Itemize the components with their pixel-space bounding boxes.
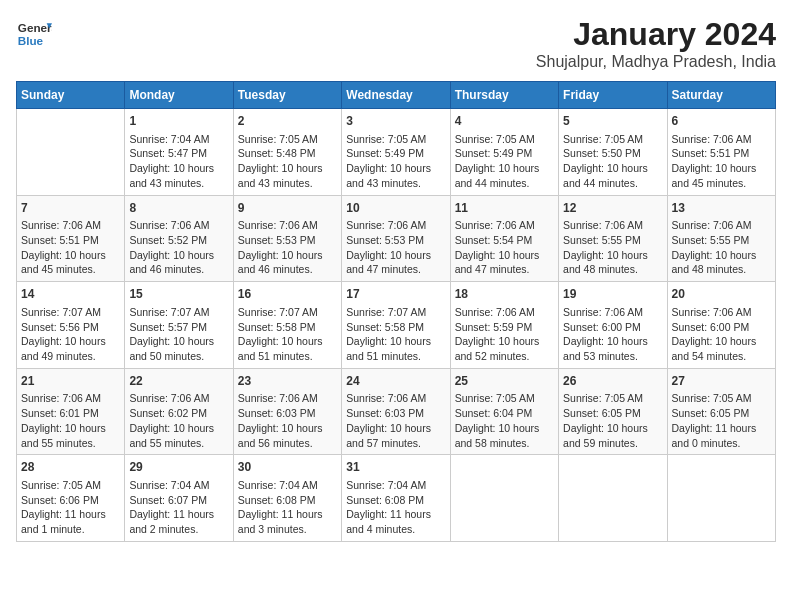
weekday-header: Monday [125,82,233,109]
calendar-cell: 9Sunrise: 7:06 AM Sunset: 5:53 PM Daylig… [233,195,341,282]
day-number: 28 [21,459,120,476]
calendar-cell: 6Sunrise: 7:06 AM Sunset: 5:51 PM Daylig… [667,109,775,196]
calendar-cell: 1Sunrise: 7:04 AM Sunset: 5:47 PM Daylig… [125,109,233,196]
calendar-cell: 10Sunrise: 7:06 AM Sunset: 5:53 PM Dayli… [342,195,450,282]
day-info: Sunrise: 7:06 AM Sunset: 6:00 PM Dayligh… [563,305,662,364]
calendar-cell: 20Sunrise: 7:06 AM Sunset: 6:00 PM Dayli… [667,282,775,369]
calendar-cell: 5Sunrise: 7:05 AM Sunset: 5:50 PM Daylig… [559,109,667,196]
calendar-cell [450,455,558,542]
day-info: Sunrise: 7:06 AM Sunset: 6:03 PM Dayligh… [238,391,337,450]
day-info: Sunrise: 7:07 AM Sunset: 5:58 PM Dayligh… [238,305,337,364]
calendar-week-row: 21Sunrise: 7:06 AM Sunset: 6:01 PM Dayli… [17,368,776,455]
weekday-header: Thursday [450,82,558,109]
calendar-cell: 18Sunrise: 7:06 AM Sunset: 5:59 PM Dayli… [450,282,558,369]
weekday-header: Saturday [667,82,775,109]
day-info: Sunrise: 7:06 AM Sunset: 5:51 PM Dayligh… [672,132,771,191]
logo: General Blue General Blue [16,16,52,52]
day-info: Sunrise: 7:04 AM Sunset: 6:08 PM Dayligh… [238,478,337,537]
day-number: 23 [238,373,337,390]
calendar-cell: 14Sunrise: 7:07 AM Sunset: 5:56 PM Dayli… [17,282,125,369]
day-info: Sunrise: 7:05 AM Sunset: 5:49 PM Dayligh… [346,132,445,191]
day-number: 27 [672,373,771,390]
calendar-cell: 30Sunrise: 7:04 AM Sunset: 6:08 PM Dayli… [233,455,341,542]
calendar-cell: 13Sunrise: 7:06 AM Sunset: 5:55 PM Dayli… [667,195,775,282]
day-info: Sunrise: 7:06 AM Sunset: 5:53 PM Dayligh… [238,218,337,277]
day-info: Sunrise: 7:05 AM Sunset: 6:04 PM Dayligh… [455,391,554,450]
day-info: Sunrise: 7:07 AM Sunset: 5:57 PM Dayligh… [129,305,228,364]
day-number: 18 [455,286,554,303]
calendar-cell: 8Sunrise: 7:06 AM Sunset: 5:52 PM Daylig… [125,195,233,282]
day-info: Sunrise: 7:07 AM Sunset: 5:56 PM Dayligh… [21,305,120,364]
calendar-cell: 26Sunrise: 7:05 AM Sunset: 6:05 PM Dayli… [559,368,667,455]
day-number: 29 [129,459,228,476]
day-number: 20 [672,286,771,303]
day-number: 24 [346,373,445,390]
day-number: 25 [455,373,554,390]
day-number: 17 [346,286,445,303]
calendar-cell: 19Sunrise: 7:06 AM Sunset: 6:00 PM Dayli… [559,282,667,369]
calendar-cell: 25Sunrise: 7:05 AM Sunset: 6:04 PM Dayli… [450,368,558,455]
calendar-cell [17,109,125,196]
weekday-header: Wednesday [342,82,450,109]
calendar-cell: 7Sunrise: 7:06 AM Sunset: 5:51 PM Daylig… [17,195,125,282]
calendar-cell: 27Sunrise: 7:05 AM Sunset: 6:05 PM Dayli… [667,368,775,455]
calendar-cell: 16Sunrise: 7:07 AM Sunset: 5:58 PM Dayli… [233,282,341,369]
day-number: 1 [129,113,228,130]
calendar-cell [559,455,667,542]
day-number: 21 [21,373,120,390]
day-info: Sunrise: 7:06 AM Sunset: 5:54 PM Dayligh… [455,218,554,277]
page-header: General Blue General Blue January 2024 S… [16,16,776,71]
day-number: 7 [21,200,120,217]
calendar-cell: 24Sunrise: 7:06 AM Sunset: 6:03 PM Dayli… [342,368,450,455]
day-info: Sunrise: 7:04 AM Sunset: 5:47 PM Dayligh… [129,132,228,191]
calendar-cell: 23Sunrise: 7:06 AM Sunset: 6:03 PM Dayli… [233,368,341,455]
weekday-header: Tuesday [233,82,341,109]
day-info: Sunrise: 7:05 AM Sunset: 5:50 PM Dayligh… [563,132,662,191]
logo-icon: General Blue [16,16,52,52]
day-info: Sunrise: 7:06 AM Sunset: 5:55 PM Dayligh… [672,218,771,277]
calendar-cell [667,455,775,542]
page-subtitle: Shujalpur, Madhya Pradesh, India [536,53,776,71]
day-number: 8 [129,200,228,217]
title-block: January 2024 Shujalpur, Madhya Pradesh, … [536,16,776,71]
day-number: 11 [455,200,554,217]
calendar-cell: 11Sunrise: 7:06 AM Sunset: 5:54 PM Dayli… [450,195,558,282]
calendar-cell: 2Sunrise: 7:05 AM Sunset: 5:48 PM Daylig… [233,109,341,196]
calendar-week-row: 1Sunrise: 7:04 AM Sunset: 5:47 PM Daylig… [17,109,776,196]
day-number: 16 [238,286,337,303]
day-info: Sunrise: 7:06 AM Sunset: 5:53 PM Dayligh… [346,218,445,277]
day-info: Sunrise: 7:04 AM Sunset: 6:08 PM Dayligh… [346,478,445,537]
day-info: Sunrise: 7:07 AM Sunset: 5:58 PM Dayligh… [346,305,445,364]
day-info: Sunrise: 7:04 AM Sunset: 6:07 PM Dayligh… [129,478,228,537]
day-number: 22 [129,373,228,390]
calendar-week-row: 28Sunrise: 7:05 AM Sunset: 6:06 PM Dayli… [17,455,776,542]
day-info: Sunrise: 7:06 AM Sunset: 6:01 PM Dayligh… [21,391,120,450]
calendar-cell: 28Sunrise: 7:05 AM Sunset: 6:06 PM Dayli… [17,455,125,542]
day-info: Sunrise: 7:06 AM Sunset: 5:51 PM Dayligh… [21,218,120,277]
calendar-cell: 22Sunrise: 7:06 AM Sunset: 6:02 PM Dayli… [125,368,233,455]
day-info: Sunrise: 7:05 AM Sunset: 5:49 PM Dayligh… [455,132,554,191]
calendar-cell: 15Sunrise: 7:07 AM Sunset: 5:57 PM Dayli… [125,282,233,369]
svg-text:Blue: Blue [18,34,44,47]
day-number: 2 [238,113,337,130]
calendar-table: SundayMondayTuesdayWednesdayThursdayFrid… [16,81,776,542]
day-info: Sunrise: 7:06 AM Sunset: 5:55 PM Dayligh… [563,218,662,277]
day-info: Sunrise: 7:05 AM Sunset: 5:48 PM Dayligh… [238,132,337,191]
weekday-header: Sunday [17,82,125,109]
svg-text:General: General [18,21,52,34]
calendar-week-row: 7Sunrise: 7:06 AM Sunset: 5:51 PM Daylig… [17,195,776,282]
day-number: 4 [455,113,554,130]
day-info: Sunrise: 7:06 AM Sunset: 6:03 PM Dayligh… [346,391,445,450]
day-number: 3 [346,113,445,130]
day-number: 12 [563,200,662,217]
calendar-cell: 4Sunrise: 7:05 AM Sunset: 5:49 PM Daylig… [450,109,558,196]
day-info: Sunrise: 7:06 AM Sunset: 5:59 PM Dayligh… [455,305,554,364]
calendar-body: 1Sunrise: 7:04 AM Sunset: 5:47 PM Daylig… [17,109,776,542]
day-info: Sunrise: 7:05 AM Sunset: 6:06 PM Dayligh… [21,478,120,537]
day-number: 19 [563,286,662,303]
day-info: Sunrise: 7:05 AM Sunset: 6:05 PM Dayligh… [563,391,662,450]
day-info: Sunrise: 7:06 AM Sunset: 5:52 PM Dayligh… [129,218,228,277]
day-number: 5 [563,113,662,130]
day-number: 30 [238,459,337,476]
day-number: 6 [672,113,771,130]
